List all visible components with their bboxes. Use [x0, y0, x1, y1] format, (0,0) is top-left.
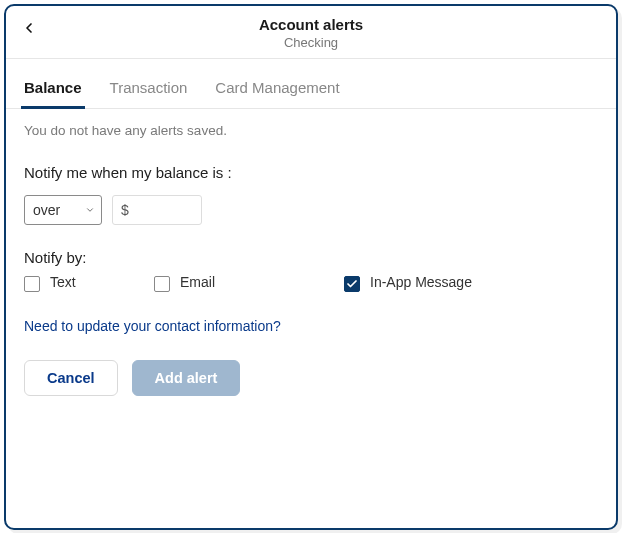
tab-card-management[interactable]: Card Management — [215, 79, 339, 108]
comparison-select[interactable]: over — [24, 195, 102, 225]
notify-option-email: Email — [154, 276, 344, 292]
checkbox-email[interactable] — [154, 276, 170, 292]
tabs: Balance Transaction Card Management — [6, 59, 616, 109]
chevron-down-icon — [85, 202, 95, 218]
balance-inputs-row: over $ — [24, 195, 598, 225]
empty-state-text: You do not have any alerts saved. — [24, 123, 598, 138]
notify-option-inapp: In-App Message — [344, 276, 472, 292]
button-row: Cancel Add alert — [24, 360, 598, 396]
checkbox-inapp[interactable] — [344, 276, 360, 292]
checkbox-inapp-label: In-App Message — [370, 274, 472, 290]
amount-prefix: $ — [121, 202, 129, 218]
checkbox-email-label: Email — [180, 274, 215, 290]
balance-condition-label: Notify me when my balance is : — [24, 164, 598, 181]
header: Account alerts Checking — [6, 6, 616, 59]
checkbox-text[interactable] — [24, 276, 40, 292]
update-contact-link[interactable]: Need to update your contact information? — [24, 318, 598, 334]
amount-input[interactable]: $ — [112, 195, 202, 225]
notify-by-options: Text Email In-App Message — [24, 276, 598, 292]
notify-by-label: Notify by: — [24, 249, 598, 266]
checkbox-text-label: Text — [50, 274, 76, 290]
page-title: Account alerts — [20, 16, 602, 33]
content: You do not have any alerts saved. Notify… — [6, 109, 616, 414]
tab-transaction[interactable]: Transaction — [110, 79, 188, 108]
tab-balance[interactable]: Balance — [24, 79, 82, 108]
cancel-button[interactable]: Cancel — [24, 360, 118, 396]
account-alerts-panel: Account alerts Checking Balance Transact… — [4, 4, 618, 530]
notify-option-text: Text — [24, 276, 154, 292]
back-icon[interactable] — [20, 20, 38, 38]
comparison-select-value: over — [33, 202, 60, 218]
page-subtitle: Checking — [20, 35, 602, 50]
add-alert-button[interactable]: Add alert — [132, 360, 241, 396]
